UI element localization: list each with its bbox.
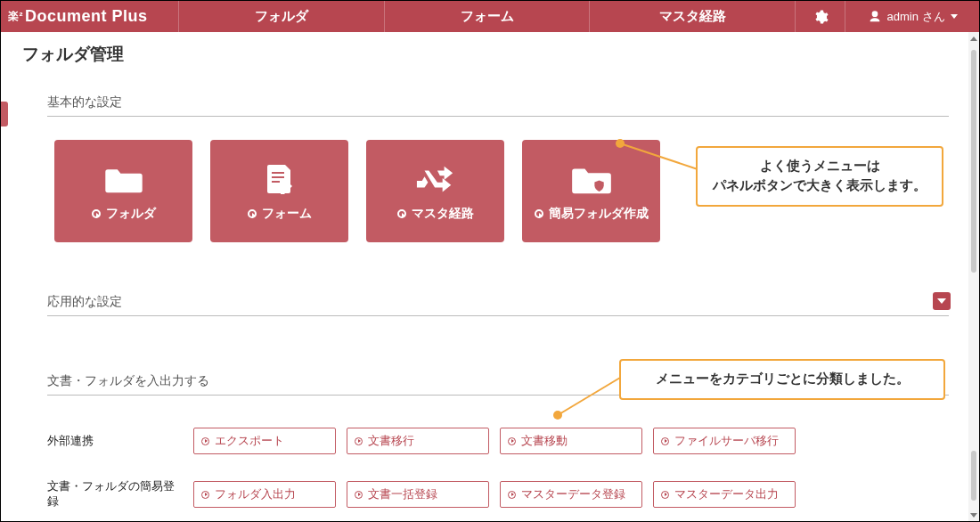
section-advanced-heading: 応用的な設定 <box>47 294 949 316</box>
panel-quick-label: 簡易フォルダ作成 <box>549 206 649 222</box>
vertical-scrollbar[interactable] <box>968 32 979 521</box>
collapse-toggle[interactable] <box>933 292 951 310</box>
top-nav: 楽²Document Plus フォルダ フォーム マスタ経路 admin さん <box>1 1 979 32</box>
svg-rect-1 <box>125 185 135 188</box>
pill-label: 文書移行 <box>368 434 414 449</box>
scroll-up-button[interactable] <box>968 32 979 45</box>
panel-form[interactable]: フォーム <box>210 140 348 242</box>
svg-rect-3 <box>272 176 284 178</box>
row-easy-reg: 文書・フォルダの簡易登録 フォルダ入出力 文書一括登録 マスターデータ登録 マス… <box>47 479 949 510</box>
nav-form-label: フォーム <box>461 8 514 25</box>
pill-label: ファイルサーバ移行 <box>674 434 779 449</box>
bullet-icon <box>397 209 406 218</box>
nav-folder[interactable]: フォルダ <box>179 1 385 32</box>
pill-doc-bulk-reg[interactable]: 文書一括登録 <box>347 481 489 508</box>
user-menu[interactable]: admin さん <box>845 1 979 32</box>
panel-master-label: マスタ経路 <box>412 206 474 222</box>
bullet-icon <box>248 209 257 218</box>
row-external: 外部連携 エクスポート 文書移行 文書移動 ファイルサーバ移行 <box>47 428 949 454</box>
page-body: フォルダ管理 基本的な設定 フォルダ フォーム <box>1 32 968 521</box>
pill-label: 文書一括登録 <box>368 487 437 502</box>
panel-folder-label: フォルダ <box>106 206 156 222</box>
nav-form[interactable]: フォーム <box>385 1 591 32</box>
bullet-icon <box>201 437 209 445</box>
pill-doc-migrate[interactable]: 文書移行 <box>347 428 489 454</box>
nav-master-label: マスタ経路 <box>659 8 726 25</box>
pill-label: マスターデータ出力 <box>674 487 779 502</box>
section-basic-heading: 基本的な設定 <box>47 94 949 117</box>
shuffle-icon <box>415 161 456 197</box>
nav-folder-label: フォルダ <box>255 8 308 25</box>
logo-main: Document Plus <box>25 7 148 25</box>
pill-doc-move[interactable]: 文書移動 <box>500 428 642 454</box>
folder-add-icon <box>103 161 144 197</box>
panel-master-route[interactable]: マスタ経路 <box>366 140 504 242</box>
bullet-icon <box>535 209 543 218</box>
scrollbar-thumb[interactable] <box>971 50 976 273</box>
pill-master-out[interactable]: マスターデータ出力 <box>653 481 796 508</box>
bullet-icon <box>661 437 669 445</box>
logo-prefix: 楽² <box>8 9 23 24</box>
pill-label: フォルダ入出力 <box>215 487 296 502</box>
chevron-down-icon <box>937 298 946 304</box>
pill-label: 文書移動 <box>521 434 568 449</box>
user-name-label: admin さん <box>887 9 945 25</box>
row-external-label: 外部連携 <box>47 434 181 449</box>
callout-leader <box>553 373 625 418</box>
callout-category: メニューをカテゴリごとに分類しました。 <box>619 359 945 400</box>
section-advanced-label: 応用的な設定 <box>47 294 122 308</box>
pill-master-reg[interactable]: マスターデータ登録 <box>500 481 642 508</box>
form-edit-icon <box>259 161 300 197</box>
callout-panel: よく使うメニューは パネルボタンで大きく表示します。 <box>696 146 943 207</box>
folder-shield-icon <box>571 161 612 197</box>
svg-rect-2 <box>272 172 284 174</box>
panel-folder[interactable]: フォルダ <box>54 140 192 242</box>
pill-export[interactable]: エクスポート <box>193 428 336 454</box>
bullet-icon <box>355 437 363 445</box>
user-icon <box>868 10 882 24</box>
bullet-icon <box>508 437 516 445</box>
callout-panel-text: よく使うメニューは パネルボタンで大きく表示します。 <box>713 159 927 192</box>
app-logo: 楽²Document Plus <box>1 1 179 32</box>
pill-fileserver[interactable]: ファイルサーバ移行 <box>653 428 796 454</box>
callout-category-text: メニューをカテゴリごとに分類しました。 <box>656 371 910 386</box>
bullet-icon <box>355 491 363 499</box>
scrollbar-thumb[interactable] <box>971 451 976 501</box>
pill-label: エクスポート <box>215 434 284 449</box>
callout-leader <box>616 139 705 175</box>
caret-down-icon <box>951 14 958 19</box>
bullet-icon <box>92 209 101 218</box>
settings-gear-button[interactable] <box>796 1 845 32</box>
svg-rect-4 <box>272 181 280 183</box>
row-easy-reg-label: 文書・フォルダの簡易登録 <box>47 479 181 510</box>
gear-icon <box>813 9 829 25</box>
page-title: フォルダ管理 <box>22 43 958 66</box>
nav-master[interactable]: マスタ経路 <box>590 1 796 32</box>
pill-folder-io[interactable]: フォルダ入出力 <box>193 481 336 508</box>
scroll-down-button[interactable] <box>968 509 979 521</box>
panel-form-label: フォーム <box>262 206 312 222</box>
bullet-icon <box>661 491 669 499</box>
bullet-icon <box>201 491 209 499</box>
pill-label: マスターデータ登録 <box>521 487 625 502</box>
bullet-icon <box>508 491 516 499</box>
